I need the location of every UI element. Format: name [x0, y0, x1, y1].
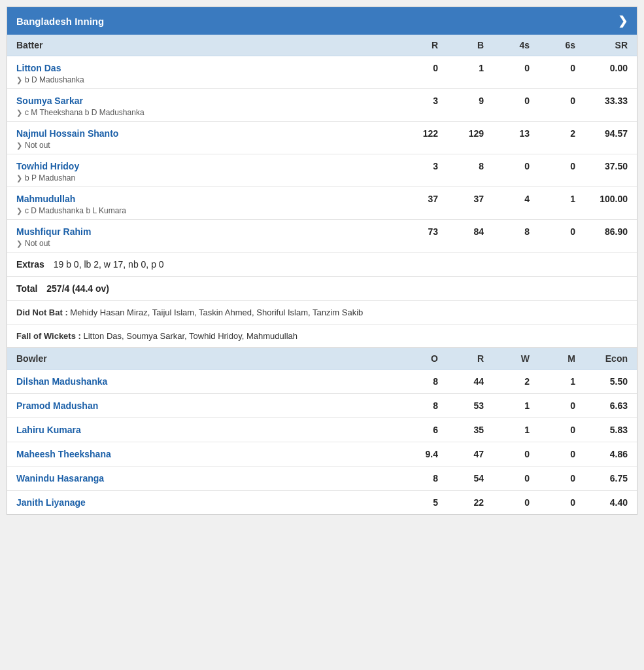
dismissal-chevron-icon: ❯ — [16, 76, 22, 84]
total-row: Total 257/4 (44.4 ov) — [7, 276, 637, 301]
bowler-name[interactable]: Maheesh Theekshana — [16, 449, 392, 459]
bowler-m: 0 — [530, 473, 575, 484]
batter-row: Towhid Hridoy 3 8 0 0 37.50 ❯ b P Madush… — [7, 154, 637, 187]
econ-col-label: Econ — [575, 353, 628, 364]
bowler-m: 0 — [530, 449, 575, 459]
bowler-o: 8 — [392, 473, 438, 484]
bowler-rows: Dilshan Madushanka 8 44 2 1 5.50 Pramod … — [7, 370, 637, 514]
bowler-w: 0 — [484, 449, 530, 459]
r-bowler-col-label: R — [438, 353, 484, 364]
bowler-w: 1 — [484, 425, 530, 435]
fall-of-wickets-detail: Litton Das, Soumya Sarkar, Towhid Hridoy… — [83, 331, 297, 341]
bowler-row: Pramod Madushan 8 53 1 0 6.63 — [7, 394, 637, 418]
batter-sixes: 0 — [530, 226, 575, 237]
chevron-right-icon[interactable]: ❯ — [618, 14, 628, 28]
bowler-name[interactable]: Lahiru Kumara — [16, 425, 392, 435]
total-score: 257/4 — [46, 283, 69, 294]
batter-sr: 37.50 — [575, 161, 628, 171]
sixes-col-label: 6s — [530, 40, 575, 50]
batter-fours: 13 — [484, 128, 530, 139]
total-overs: (44.4 ov) — [72, 283, 109, 294]
bowler-econ: 6.63 — [575, 400, 628, 411]
bowler-r: 22 — [438, 497, 484, 508]
bowler-m: 1 — [530, 376, 575, 387]
bowler-o: 6 — [392, 425, 438, 435]
bowler-w: 0 — [484, 473, 530, 484]
did-not-bat-label: Did Not Bat : — [16, 308, 68, 317]
bowler-econ: 5.83 — [575, 425, 628, 435]
dismissal-chevron-icon: ❯ — [16, 174, 22, 183]
inning-header: Bangladesh Inning ❯ — [7, 7, 637, 35]
batter-fours: 0 — [484, 161, 530, 171]
batter-sr: 33.33 — [575, 96, 628, 106]
bowler-column-headers: Bowler O R W M Econ — [7, 348, 637, 370]
batter-name[interactable]: Towhid Hridoy — [16, 161, 392, 171]
did-not-bat-players: Mehidy Hasan Miraz, Taijul Islam, Taskin… — [70, 308, 363, 317]
batter-r: 3 — [392, 96, 438, 106]
dismissal-chevron-icon: ❯ — [16, 109, 22, 117]
batter-sr: 94.57 — [575, 128, 628, 139]
batter-sixes: 0 — [530, 96, 575, 106]
bowler-row: Wanindu Hasaranga 8 54 0 0 6.75 — [7, 467, 637, 491]
bowler-r: 54 — [438, 473, 484, 484]
batter-sr: 0.00 — [575, 63, 628, 73]
total-label: Total — [16, 283, 37, 294]
batter-b: 1 — [438, 63, 484, 73]
batter-dismissal: Not out — [25, 239, 50, 248]
dismissal-chevron-icon: ❯ — [16, 239, 22, 248]
batter-name[interactable]: Litton Das — [16, 63, 392, 73]
extras-label: Extras — [16, 259, 44, 270]
bowler-w: 1 — [484, 400, 530, 411]
fall-of-wickets-row: Fall of Wickets : Litton Das, Soumya Sar… — [7, 325, 637, 348]
extras-value: 19 — [54, 259, 64, 270]
batter-row: Mushfiqur Rahim 73 84 8 0 86.90 ❯ Not ou… — [7, 220, 637, 252]
bowler-name[interactable]: Dilshan Madushanka — [16, 376, 392, 387]
batter-row: Soumya Sarkar 3 9 0 0 33.33 ❯ c M Theeks… — [7, 89, 637, 122]
bowler-o: 8 — [392, 376, 438, 387]
batter-fours: 4 — [484, 194, 530, 204]
batter-name[interactable]: Najmul Hossain Shanto — [16, 128, 392, 139]
bowler-econ: 6.75 — [575, 473, 628, 484]
batter-r: 0 — [392, 63, 438, 73]
batter-name[interactable]: Mushfiqur Rahim — [16, 226, 392, 237]
batter-sixes: 2 — [530, 128, 575, 139]
fall-of-wickets-label: Fall of Wickets : — [16, 331, 81, 341]
batter-name[interactable]: Mahmudullah — [16, 194, 392, 204]
inning-title: Bangladesh Inning — [16, 16, 104, 27]
bowler-name[interactable]: Janith Liyanage — [16, 497, 392, 508]
batter-sixes: 0 — [530, 161, 575, 171]
bowler-econ: 5.50 — [575, 376, 628, 387]
bowler-w: 2 — [484, 376, 530, 387]
bowler-econ: 4.86 — [575, 449, 628, 459]
bowler-row: Janith Liyanage 5 22 0 0 4.40 — [7, 491, 637, 514]
bowler-o: 9.4 — [392, 449, 438, 459]
scorecard: Bangladesh Inning ❯ Batter R B 4s 6s SR … — [7, 7, 637, 515]
batter-col-label: Batter — [16, 40, 392, 50]
batter-dismissal: Not out — [25, 141, 50, 150]
bowler-r: 35 — [438, 425, 484, 435]
bowler-row: Maheesh Theekshana 9.4 47 0 0 4.86 — [7, 442, 637, 467]
bowler-r: 47 — [438, 449, 484, 459]
batter-row: Mahmudullah 37 37 4 1 100.00 ❯ c D Madus… — [7, 187, 637, 220]
bowler-r: 44 — [438, 376, 484, 387]
batter-row: Litton Das 0 1 0 0 0.00 ❯ b D Madushanka — [7, 56, 637, 89]
bowler-r: 53 — [438, 400, 484, 411]
batter-dismissal: c M Theekshana b D Madushanka — [25, 108, 144, 117]
batter-b: 37 — [438, 194, 484, 204]
bowler-name[interactable]: Pramod Madushan — [16, 400, 392, 411]
batter-fours: 0 — [484, 96, 530, 106]
bowler-m: 0 — [530, 400, 575, 411]
bowler-w: 0 — [484, 497, 530, 508]
batter-fours: 0 — [484, 63, 530, 73]
r-col-label: R — [392, 40, 438, 50]
batter-sr: 86.90 — [575, 226, 628, 237]
batter-rows: Litton Das 0 1 0 0 0.00 ❯ b D Madushanka… — [7, 56, 637, 252]
bowler-col-label: Bowler — [16, 353, 392, 364]
batter-fours: 8 — [484, 226, 530, 237]
batter-r: 3 — [392, 161, 438, 171]
bowler-name[interactable]: Wanindu Hasaranga — [16, 473, 392, 484]
w-col-label: W — [484, 353, 530, 364]
bowler-m: 0 — [530, 497, 575, 508]
extras-detail: b 0, lb 2, w 17, nb 0, p 0 — [66, 259, 163, 270]
batter-name[interactable]: Soumya Sarkar — [16, 96, 392, 106]
